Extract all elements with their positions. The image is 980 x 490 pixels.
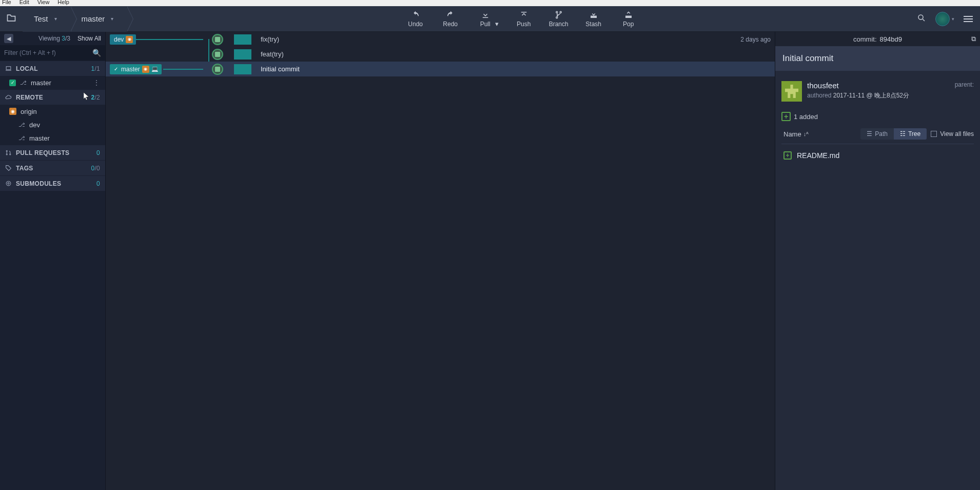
tree-icon: ☷ <box>900 130 906 138</box>
filter-bar: 🔍 <box>0 45 105 61</box>
branch-icon: ⎇ <box>18 135 25 142</box>
section-tags[interactable]: TAGS 0/0 <box>0 160 105 175</box>
section-label: SUBMODULES <box>16 180 61 187</box>
remote-branch-master[interactable]: ⎇ master <box>0 131 105 145</box>
branch-name: master <box>31 79 51 87</box>
folder-icon <box>6 13 16 25</box>
svg-point-5 <box>6 181 11 186</box>
section-local[interactable]: LOCAL 1/1 <box>0 61 105 76</box>
commit-title: Initial commit <box>775 46 980 71</box>
chevron-down-icon[interactable]: ▾ <box>495 20 499 28</box>
remote-icon: ◉ <box>142 66 149 73</box>
detail-header: commit: 894bd9 ⧉ <box>775 32 980 46</box>
menu-file[interactable]: File <box>2 0 11 4</box>
app-menubar[interactable]: File Edit View Help <box>0 0 980 6</box>
redo-button[interactable]: Redo <box>441 10 460 28</box>
list-icon: ☰ <box>867 130 872 138</box>
added-count: 1 added <box>794 113 818 121</box>
pop-label: Pop <box>623 21 634 28</box>
view-all-files-toggle[interactable]: View all files <box>931 130 974 138</box>
breadcrumb-branch[interactable]: master ▾ <box>70 6 127 32</box>
menu-view[interactable]: View <box>37 0 50 4</box>
menu-button[interactable] <box>964 16 973 22</box>
branch-icon <box>554 10 564 19</box>
commit-node[interactable] <box>212 64 223 75</box>
cloud-icon <box>5 94 12 101</box>
commit-row[interactable]: feat(try) <box>106 47 775 62</box>
commit-message: fix(try) <box>251 35 279 43</box>
remote-branch-dev[interactable]: ⎇ dev <box>0 118 105 131</box>
laptop-icon: 💻 <box>151 66 159 72</box>
profile-menu[interactable]: ▾ <box>935 12 954 26</box>
open-repo-button[interactable] <box>0 13 23 25</box>
tag-icon <box>5 165 12 171</box>
undo-icon <box>410 10 421 19</box>
undo-button[interactable]: Undo <box>406 10 425 28</box>
chevron-down-icon: ▾ <box>54 16 57 22</box>
local-branch-master[interactable]: ✓ ⎇ master ⋮ <box>0 76 105 89</box>
checkbox-icon <box>931 131 937 137</box>
section-remote[interactable]: REMOTE 2/2 <box>0 89 105 105</box>
search-icon[interactable]: 🔍 <box>92 49 101 57</box>
stash-icon <box>589 10 599 19</box>
back-button[interactable]: ◀ <box>4 34 13 43</box>
file-name: README.md <box>797 151 839 160</box>
pull-request-icon <box>5 149 12 156</box>
push-icon <box>519 10 529 19</box>
remote-icon: ◉ <box>126 36 133 43</box>
graph-bar <box>234 49 251 60</box>
branch-label: Branch <box>549 21 569 28</box>
commit-node[interactable] <box>212 34 223 45</box>
section-submodules[interactable]: SUBMODULES 0 <box>0 175 105 191</box>
menu-edit[interactable]: Edit <box>19 0 29 4</box>
commit-hash[interactable]: 894bd9 <box>880 35 902 43</box>
stash-button[interactable]: Stash <box>584 10 603 28</box>
branch-tag-dev[interactable]: dev ◉ <box>110 34 136 45</box>
remote-icon: ◉ <box>9 108 16 115</box>
added-icon: + <box>781 112 791 121</box>
check-icon: ✓ <box>9 80 16 86</box>
stash-label: Stash <box>585 21 601 28</box>
filter-input[interactable] <box>4 49 92 56</box>
section-label: REMOTE <box>16 94 43 101</box>
submodule-icon <box>5 180 12 187</box>
commit-message: Initial commit <box>251 65 300 73</box>
check-icon: ✓ <box>114 66 118 72</box>
section-label: TAGS <box>16 165 33 172</box>
graph-line <box>135 39 203 40</box>
commit-row-selected[interactable]: ✓ master ◉ 💻 Initial commit <box>106 62 775 76</box>
section-label: LOCAL <box>16 65 38 72</box>
search-button[interactable] <box>917 13 926 24</box>
pull-button[interactable]: Pull <box>476 10 495 28</box>
push-button[interactable]: Push <box>514 10 534 28</box>
section-pull-requests[interactable]: PULL REQUESTS 0 <box>0 145 105 160</box>
breadcrumb-repo[interactable]: Test ▾ <box>23 6 70 32</box>
remote-origin[interactable]: ◉ origin <box>0 105 105 118</box>
branch-tag-label: dev <box>114 36 124 43</box>
avatar-icon <box>935 12 950 26</box>
graph-line <box>163 69 203 70</box>
branch-tag-master[interactable]: ✓ master ◉ 💻 <box>110 64 162 74</box>
changed-file[interactable]: + README.md <box>781 148 974 163</box>
search-icon <box>917 13 926 23</box>
menu-help[interactable]: Help <box>57 0 69 4</box>
svg-rect-1 <box>6 67 11 70</box>
more-icon[interactable]: ⋮ <box>93 79 100 86</box>
remote-name: origin <box>21 108 37 115</box>
branch-button[interactable]: Branch <box>549 10 569 28</box>
view-tree[interactable]: ☷ Tree <box>894 128 927 140</box>
sort-by-name[interactable]: Name ↓ᴬ <box>783 130 809 138</box>
branch-name: master <box>29 134 50 142</box>
commit-node[interactable] <box>212 49 223 60</box>
section-count: 0 <box>96 149 100 156</box>
commit-message: feat(try) <box>251 50 284 58</box>
view-path[interactable]: ☰ Path <box>860 128 894 140</box>
parent-label: parent: <box>955 81 974 88</box>
branch-name: dev <box>29 121 40 129</box>
pop-button[interactable]: Pop <box>619 10 638 28</box>
left-sidebar: ◀ Viewing 3/3 Show All 🔍 LOCAL 1/1 ✓ ⎇ m… <box>0 32 106 490</box>
pull-label: Pull <box>480 21 491 28</box>
show-all-button[interactable]: Show All <box>77 35 101 42</box>
commit-row[interactable]: dev ◉ fix(try) 2 days ago <box>106 32 775 47</box>
open-external-icon[interactable]: ⧉ <box>971 35 976 43</box>
